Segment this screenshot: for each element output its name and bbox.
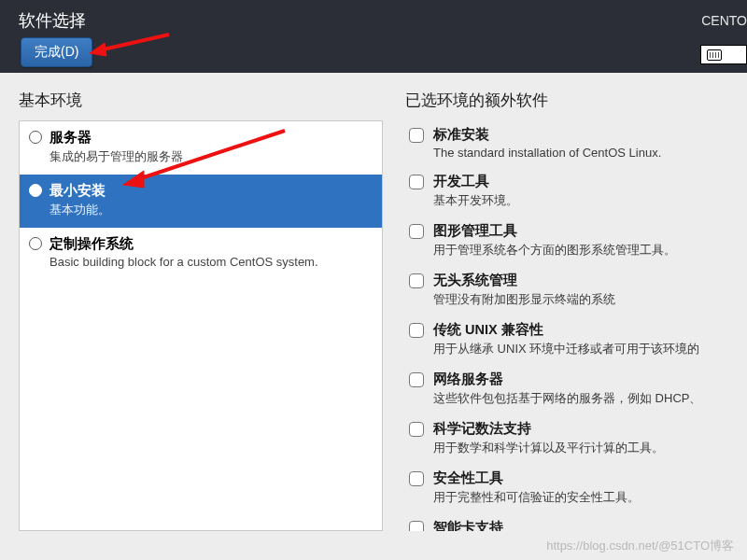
checkbox-icon[interactable] — [409, 128, 424, 143]
environment-option[interactable]: 定制操作系统Basic building block for a custom … — [20, 228, 382, 278]
content-area: 基本环境 服务器集成的易于管理的服务器最小安装基本功能。定制操作系统Basic … — [0, 73, 747, 560]
addon-name: 传统 UNIX 兼容性 — [433, 321, 699, 339]
addon-name: 开发工具 — [433, 173, 518, 190]
environment-name: 最小安装 — [49, 182, 110, 200]
checkbox-icon[interactable] — [409, 521, 424, 531]
addon-option[interactable]: 网络服务器这些软件包包括基于网络的服务器，例如 DHCP、 — [405, 365, 747, 414]
checkbox-icon[interactable] — [409, 175, 424, 189]
addon-desc: 基本开发环境。 — [433, 192, 518, 209]
checkbox-icon[interactable] — [409, 422, 424, 437]
watermark-text: https://blog.csdn.net/@51CTO博客 — [546, 538, 734, 554]
input-method-indicator[interactable]: cn — [700, 45, 747, 64]
environment-desc: 基本功能。 — [49, 202, 110, 218]
addons-title: 已选环境的额外软件 — [405, 90, 747, 111]
addon-name: 安全性工具 — [433, 469, 640, 487]
addon-option[interactable]: 开发工具基本开发环境。 — [405, 167, 747, 217]
addon-option[interactable]: 传统 UNIX 兼容性用于从继承 UNIX 环境中迁移或者可用于该环境的 — [405, 315, 747, 365]
done-button[interactable]: 完成(D) — [21, 37, 92, 67]
environment-option[interactable]: 最小安装基本功能。 — [20, 175, 382, 228]
addon-name: 无头系统管理 — [433, 272, 615, 289]
page-title: 软件选择 — [19, 9, 86, 32]
distro-label: CENTO — [701, 13, 747, 28]
base-environment-list: 服务器集成的易于管理的服务器最小安装基本功能。定制操作系统Basic build… — [19, 120, 383, 531]
checkbox-icon[interactable] — [409, 273, 424, 288]
addon-desc: 用于完整性和可信验证的安全性工具。 — [433, 489, 640, 506]
addon-name: 科学记数法支持 — [433, 420, 664, 438]
radio-icon — [29, 237, 42, 250]
base-environment-panel: 基本环境 服务器集成的易于管理的服务器最小安装基本功能。定制操作系统Basic … — [19, 90, 383, 560]
addons-panel: 已选环境的额外软件 标准安装The standard installation … — [383, 90, 747, 560]
addon-desc: 管理没有附加图形显示终端的系统 — [433, 291, 615, 308]
addon-option[interactable]: 科学记数法支持用于数学和科学计算以及平行计算的工具。 — [405, 414, 747, 464]
environment-option[interactable]: 服务器集成的易于管理的服务器 — [20, 121, 382, 175]
checkbox-icon[interactable] — [409, 372, 424, 387]
addon-desc: 用于管理系统各个方面的图形系统管理工具。 — [433, 242, 676, 259]
environment-desc: Basic building block for a custom CentOS… — [49, 255, 318, 269]
addon-option[interactable]: 标准安装The standard installation of CentOS … — [405, 120, 747, 167]
checkbox-icon[interactable] — [409, 471, 424, 486]
addon-desc: 用于从继承 UNIX 环境中迁移或者可用于该环境的 — [433, 341, 699, 357]
addon-desc: The standard installation of CentOS Linu… — [433, 146, 661, 160]
environment-name: 定制操作系统 — [49, 235, 318, 253]
environment-name: 服务器 — [49, 129, 183, 147]
keyboard-icon — [707, 49, 722, 61]
addon-desc: 这些软件包包括基于网络的服务器，例如 DHCP、 — [433, 390, 701, 407]
input-method-code: cn — [727, 48, 740, 62]
checkbox-icon[interactable] — [409, 224, 424, 239]
addon-option[interactable]: 图形管理工具用于管理系统各个方面的图形系统管理工具。 — [405, 217, 747, 266]
addons-list: 标准安装The standard installation of CentOS … — [405, 120, 747, 531]
radio-icon — [29, 184, 42, 197]
addon-name: 标准安装 — [433, 126, 661, 144]
addon-desc: 用于数学和科学计算以及平行计算的工具。 — [433, 440, 664, 456]
environment-desc: 集成的易于管理的服务器 — [49, 148, 183, 165]
radio-icon — [29, 131, 42, 144]
base-environment-title: 基本环境 — [19, 90, 383, 111]
checkbox-icon[interactable] — [409, 323, 424, 338]
addon-option[interactable]: 无头系统管理管理没有附加图形显示终端的系统 — [405, 266, 747, 315]
addon-option[interactable]: 安全性工具用于完整性和可信验证的安全性工具。 — [405, 464, 747, 513]
addon-name: 智能卡支持 — [433, 519, 555, 531]
addon-name: 网络服务器 — [433, 371, 701, 388]
header-bar: 软件选择 完成(D) CENTO cn — [0, 0, 747, 73]
addon-name: 图形管理工具 — [433, 222, 676, 240]
addon-option[interactable]: 智能卡支持支持使用智能卡验证。 — [405, 513, 747, 531]
